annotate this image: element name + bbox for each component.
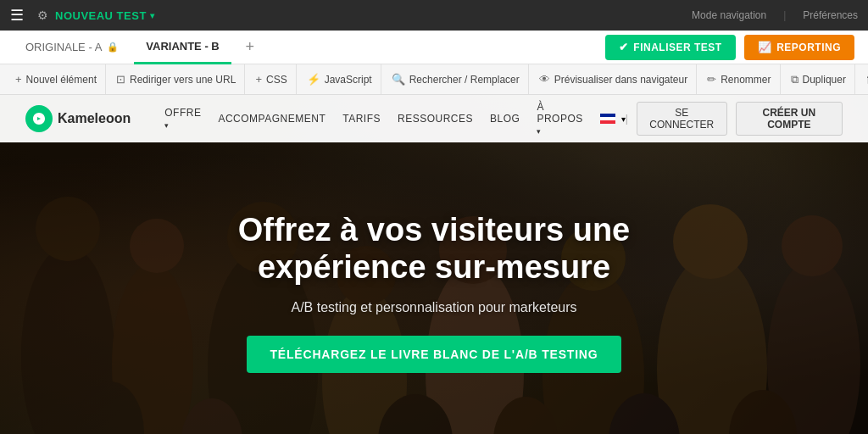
top-bar-left: ☰ ⚙ NOUVEAU TEST ▾ xyxy=(10,6,154,25)
nouveau-test-label: NOUVEAU TEST xyxy=(55,9,147,22)
hero-title-line1: Offrez à vos visiteurs une xyxy=(238,212,631,248)
reporting-button[interactable]: 📈 REPORTING xyxy=(744,35,854,60)
tab-bar-actions: ✔ FINALISER TEST 📈 REPORTING xyxy=(605,35,854,60)
tab-bar: ORIGINALE - A 🔒 VARIANTE - B + ✔ FINALIS… xyxy=(0,31,868,64)
gear-icon[interactable]: ⚙ xyxy=(37,8,48,22)
tool-delete[interactable]: 🗑 Supprimer xyxy=(857,64,868,95)
hamburger-icon[interactable]: ☰ xyxy=(10,6,24,25)
nav-link-accompagnement[interactable]: ACCOMPAGNEMENT xyxy=(218,113,326,125)
hero-title-line2: expérience sur-mesure xyxy=(258,249,610,285)
hero-cta-button[interactable]: TÉLÉCHARGEZ LE LIVRE BLANC DE L'A/B TEST… xyxy=(247,336,622,373)
creer-compte-button[interactable]: CRÉER UN COMPTE xyxy=(736,102,843,136)
tool-label: JavaScript xyxy=(325,74,372,86)
tool-label: Renommer xyxy=(721,74,771,86)
tool-label: Prévisualiser dans navigateur xyxy=(554,74,687,86)
nav-link-offre[interactable]: OFFRE xyxy=(164,107,201,131)
pencil-icon: ✏ xyxy=(707,73,716,86)
tab-originale-label: ORIGINALE - A xyxy=(25,41,102,53)
search-icon: 🔍 xyxy=(392,73,405,86)
check-icon: ✔ xyxy=(619,41,629,53)
hero-content: Offrez à vos visiteurs une expérience su… xyxy=(0,142,868,434)
tool-label: Nouvel élément xyxy=(26,74,97,86)
se-connecter-button[interactable]: SE CONNECTER xyxy=(637,102,727,136)
nouveau-test-button[interactable]: NOUVEAU TEST ▾ xyxy=(55,9,154,22)
tool-label: Dupliquer xyxy=(803,74,846,86)
finaliser-label: FINALISER TEST xyxy=(633,42,721,53)
divider: | xyxy=(783,9,786,21)
tab-originale[interactable]: ORIGINALE - A 🔒 xyxy=(14,31,131,64)
tool-duplicate[interactable]: ⧉ Dupliquer xyxy=(782,64,855,95)
preferences-link[interactable]: Préférences xyxy=(803,9,858,21)
hero-title: Offrez à vos visiteurs une expérience su… xyxy=(238,212,631,286)
tool-search-replace[interactable]: 🔍 Rechercher / Remplacer xyxy=(383,64,529,95)
site-nav-links: OFFRE ACCOMPAGNEMENT TARIFS RESSOURCES B… xyxy=(164,101,626,136)
logo-text: Kameleoon xyxy=(58,111,131,126)
site-nav-right: | SE CONNECTER CRÉER UN COMPTE xyxy=(626,102,843,136)
top-bar: ☰ ⚙ NOUVEAU TEST ▾ Mode navigation | Pré… xyxy=(0,0,868,31)
reporting-label: REPORTING xyxy=(776,42,841,53)
tool-label: Rechercher / Remplacer xyxy=(409,74,520,86)
nav-link-ressources[interactable]: RESSOURCES xyxy=(398,113,473,125)
tool-nouvel-element[interactable]: + Nouvel élément xyxy=(7,64,106,95)
duplicate-icon: ⧉ xyxy=(791,73,798,86)
chevron-down-icon: ▾ xyxy=(150,11,155,20)
add-tab-button[interactable]: + xyxy=(238,36,262,59)
website-preview: Kameleoon OFFRE ACCOMPAGNEMENT TARIFS RE… xyxy=(0,95,868,434)
site-logo: Kameleoon xyxy=(25,105,131,132)
nav-link-blog[interactable]: BLOG xyxy=(490,113,520,125)
france-flag xyxy=(600,114,615,124)
finaliser-test-button[interactable]: ✔ FINALISER TEST xyxy=(605,35,736,60)
eye-icon: 👁 xyxy=(539,73,550,86)
nav-link-apropos[interactable]: À PROPOS xyxy=(537,101,582,136)
hero-subtitle: A/B testing et personnalisation pour mar… xyxy=(291,300,576,315)
tab-variante-label: VARIANTE - B xyxy=(146,40,219,53)
redirect-icon: ⊡ xyxy=(116,73,125,86)
tool-preview[interactable]: 👁 Prévisualiser dans navigateur xyxy=(531,64,697,95)
nav-mode-link[interactable]: Mode navigation xyxy=(692,9,766,21)
plus-icon: + xyxy=(15,73,22,86)
chart-icon: 📈 xyxy=(758,41,772,53)
top-bar-right: Mode navigation | Préférences xyxy=(692,9,858,21)
tool-rename[interactable]: ✏ Renommer xyxy=(698,64,780,95)
lock-icon: 🔒 xyxy=(107,42,119,53)
flag-icon[interactable]: ▾ xyxy=(600,114,626,124)
tool-javascript[interactable]: ⚡ JavaScript xyxy=(298,64,381,95)
site-nav: Kameleoon OFFRE ACCOMPAGNEMENT TARIFS RE… xyxy=(0,95,868,142)
tools-bar: + Nouvel élément ⊡ Rediriger vers une UR… xyxy=(0,64,868,95)
tab-variante[interactable]: VARIANTE - B xyxy=(134,31,231,64)
lightning-icon: ⚡ xyxy=(307,73,320,86)
tool-css[interactable]: + CSS xyxy=(247,64,296,95)
css-icon: + xyxy=(255,73,262,86)
nav-link-tarifs[interactable]: TARIFS xyxy=(342,113,381,125)
tool-redirect[interactable]: ⊡ Rediriger vers une URL xyxy=(108,64,245,95)
tool-label: CSS xyxy=(266,74,287,86)
logo-circle xyxy=(25,105,53,132)
logo-svg xyxy=(31,110,47,127)
nav-divider: | xyxy=(626,113,628,125)
tool-label: Rediriger vers une URL xyxy=(130,74,236,86)
